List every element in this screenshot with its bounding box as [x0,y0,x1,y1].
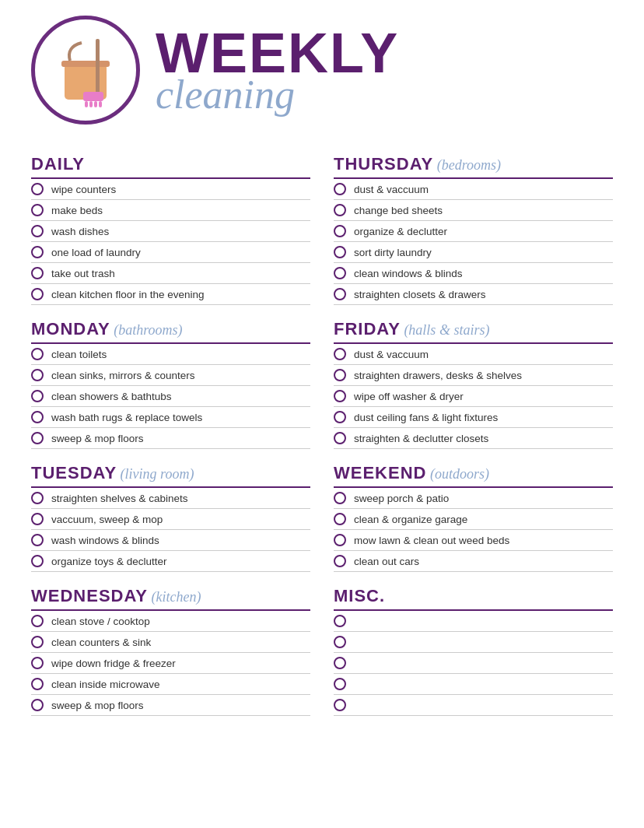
checkbox-circle[interactable] [31,183,44,195]
list-item[interactable]: mow lawn & clean out weed beds [334,530,613,551]
list-item[interactable]: straighten shelves & cabinets [31,488,310,509]
item-text: sweep & mop floors [51,700,144,711]
checkbox-circle[interactable] [31,492,44,504]
checkbox-circle[interactable] [334,513,346,525]
list-item[interactable]: change bed sheets [334,200,613,221]
list-item[interactable]: wipe counters [31,179,310,200]
list-item[interactable]: sort dirty laundry [334,242,613,263]
section-subtitle-weekend: (outdoors) [426,466,489,482]
checklist-friday: dust & vaccuumstraighten drawers, desks … [334,342,613,449]
content-grid: DAILYwipe countersmake bedswash disheson… [31,154,613,730]
checkbox-circle[interactable] [334,183,346,195]
checkbox-circle[interactable] [334,204,346,216]
checkbox-circle[interactable] [31,246,44,258]
list-item[interactable]: clean sinks, mirrors & counters [31,365,310,386]
list-item[interactable]: organize toys & declutter [31,551,310,572]
svg-rect-1 [61,61,110,67]
checkbox-circle[interactable] [334,636,346,648]
checkbox-circle[interactable] [334,246,346,258]
svg-point-2 [73,51,82,61]
checkbox-circle[interactable] [334,615,346,627]
list-item[interactable]: clean showers & bathtubs [31,386,310,407]
item-text: straighten closets & drawers [354,289,486,300]
list-item[interactable] [334,674,613,695]
list-item[interactable]: wash bath rugs & replace towels [31,407,310,428]
checkbox-circle[interactable] [334,411,346,423]
list-item[interactable] [334,653,613,674]
section-title-friday: FRIDAY (halls & stairs) [334,319,613,339]
checkbox-circle[interactable] [334,678,346,690]
list-item[interactable]: dust ceiling fans & light fixtures [334,407,613,428]
list-item[interactable]: wipe down fridge & freezer [31,653,310,674]
checkbox-circle[interactable] [31,555,44,567]
checklist-weekend: sweep porch & patioclean & organize gara… [334,486,613,572]
checkbox-circle[interactable] [31,615,44,627]
list-item[interactable]: sweep & mop floors [31,695,310,716]
list-item[interactable]: wash windows & blinds [31,530,310,551]
list-item[interactable] [334,695,613,716]
list-item[interactable]: straighten & declutter closets [334,428,613,449]
checkbox-circle[interactable] [31,699,44,711]
checkbox-circle[interactable] [31,432,44,444]
checkbox-circle[interactable] [334,699,346,711]
svg-rect-11 [99,101,102,107]
list-item[interactable]: take out trash [31,263,310,284]
item-text: clean counters & sink [51,637,151,648]
list-item[interactable]: clean windows & blinds [334,263,613,284]
checkbox-circle[interactable] [31,657,44,669]
list-item[interactable] [334,611,613,632]
checkbox-circle[interactable] [334,555,346,567]
list-item[interactable]: clean & organize garage [334,509,613,530]
list-item[interactable]: clean inside microwave [31,674,310,695]
list-item[interactable]: wipe off washer & dryer [334,386,613,407]
checkbox-circle[interactable] [334,534,346,546]
section-title-wednesday: WEDNESDAY (kitchen) [31,586,310,606]
list-item[interactable]: vaccuum, sweep & mop [31,509,310,530]
list-item[interactable]: straighten closets & drawers [334,284,613,305]
checkbox-circle[interactable] [334,492,346,504]
checkbox-circle[interactable] [334,369,346,381]
checkbox-circle[interactable] [334,390,346,402]
checkbox-circle[interactable] [334,267,346,279]
checkbox-circle[interactable] [334,225,346,237]
checkbox-circle[interactable] [31,513,44,525]
item-text: make beds [51,205,103,216]
checkbox-circle[interactable] [31,204,44,216]
section-subtitle-wednesday: (kitchen) [148,589,201,605]
list-item[interactable]: dust & vaccuum [334,179,613,200]
checkbox-circle[interactable] [334,657,346,669]
checkbox-circle[interactable] [31,678,44,690]
checkbox-circle[interactable] [334,348,346,360]
checkbox-circle[interactable] [31,348,44,360]
checkbox-circle[interactable] [31,636,44,648]
list-item[interactable]: make beds [31,200,310,221]
list-item[interactable]: organize & declutter [334,221,613,242]
list-item[interactable]: clean toilets [31,344,310,365]
checkbox-circle[interactable] [31,225,44,237]
item-text: sweep porch & patio [354,493,449,504]
item-text: change bed sheets [354,205,443,216]
checkbox-circle[interactable] [31,369,44,381]
list-item[interactable]: sweep porch & patio [334,488,613,509]
checkbox-circle[interactable] [334,432,346,444]
list-item[interactable]: clean stove / cooktop [31,611,310,632]
checkbox-circle[interactable] [31,411,44,423]
list-item[interactable]: straighten drawers, desks & shelves [334,365,613,386]
list-item[interactable]: clean out cars [334,551,613,572]
list-item[interactable]: dust & vaccuum [334,344,613,365]
checkbox-circle[interactable] [31,390,44,402]
section-thursday: THURSDAY (bedrooms)dust & vaccuumchange … [334,154,613,305]
section-subtitle-friday: (halls & stairs) [401,322,490,338]
checkbox-circle[interactable] [334,288,346,300]
checkbox-circle[interactable] [31,267,44,279]
list-item[interactable]: wash dishes [31,221,310,242]
list-item[interactable]: one load of laundry [31,242,310,263]
checkbox-circle[interactable] [31,534,44,546]
checkbox-circle[interactable] [31,288,44,300]
list-item[interactable]: sweep & mop floors [31,428,310,449]
list-item[interactable]: clean kitchen floor in the evening [31,284,310,305]
list-item[interactable]: clean counters & sink [31,632,310,653]
item-text: straighten shelves & cabinets [51,493,188,504]
checklist-thursday: dust & vaccuumchange bed sheetsorganize … [334,177,613,305]
list-item[interactable] [334,632,613,653]
